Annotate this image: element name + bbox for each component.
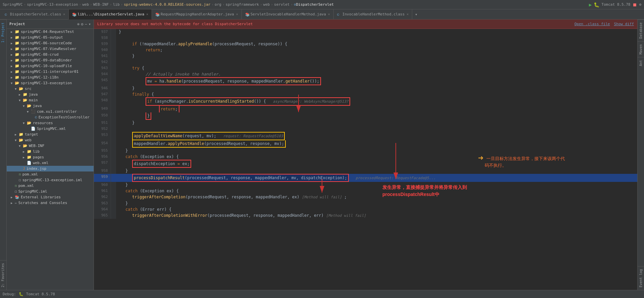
tree-item-exception-controller[interactable]: © ExceptionTestController: [7, 114, 94, 120]
line-number: 962: [94, 194, 111, 200]
right-tab-eventlog[interactable]: Event log: [638, 266, 644, 290]
breadcrumb-org[interactable]: org: [215, 2, 221, 7]
tree-item-pom-root[interactable]: m pom.xml: [7, 183, 94, 189]
tab-dispatcherservlet-java[interactable]: 📚 lib\...\DispatcherServlet.java ×: [69, 9, 152, 19]
tree-item-scratches[interactable]: ▶ ✏ Scratches and Consoles: [7, 200, 94, 206]
breadcrumb-dispatcherservlet[interactable]: DispatcherServlet: [296, 2, 334, 7]
tree-item-11[interactable]: ▶ 📁 springMVC-11-interceptor01: [7, 69, 94, 74]
line-number: 939: [94, 41, 111, 47]
tab-close-icon[interactable]: ×: [328, 12, 330, 16]
tree-item-springmvcxml[interactable]: 📄 SpringMVC.xml: [7, 126, 94, 132]
class-icon: ©: [337, 12, 341, 16]
tree-item-06[interactable]: ▶ 📁 springMVC-06-sourceCode: [7, 40, 94, 46]
line-gutter: [111, 97, 116, 106]
table-row: 948 if (asyncManager.isConcurrentHandlin…: [94, 97, 637, 106]
line-gutter: [111, 71, 116, 77]
line-gutter: [111, 112, 116, 120]
tree-item-controller[interactable]: ▼ ⬛ com.xu1.controller: [7, 109, 94, 114]
breadcrumb-jar[interactable]: spring-webmvc-4.0.0.RELEASE-sources.jar: [124, 2, 210, 7]
tree-item-target[interactable]: ▶ 📁 target: [7, 132, 94, 137]
tree-item-05[interactable]: ▶ 📁 springMVC-05-output: [7, 35, 94, 40]
xml-icon: 📄: [31, 127, 36, 131]
tree-item-java1[interactable]: ▶ 📁 java: [7, 92, 94, 97]
line-gutter: [111, 174, 116, 182]
tab-close-icon[interactable]: ×: [146, 12, 148, 16]
tab-close-icon[interactable]: ×: [63, 12, 65, 16]
breadcrumb-webinf[interactable]: WEB-INF: [93, 2, 109, 7]
tree-item-external-libs[interactable]: ▶ 📚 External Libraries: [7, 194, 94, 200]
breadcrumb-lib[interactable]: lib: [113, 2, 120, 7]
tabs-overflow[interactable]: ▾: [412, 12, 420, 17]
tree-arrow: [15, 173, 19, 176]
tree-item-webxml[interactable]: 📄 web.xml: [7, 160, 94, 166]
tree-item-resources[interactable]: ▼ 📂 resources: [7, 120, 94, 126]
show-diff-link[interactable]: Show diff: [614, 22, 634, 26]
line-number: 964: [94, 206, 111, 212]
breadcrumb-springmvc[interactable]: SpringMVC: [3, 2, 23, 7]
folder-icon: 📁: [15, 52, 19, 57]
breadcrumb-servlet[interactable]: servlet: [274, 2, 289, 7]
line-gutter: [111, 188, 116, 194]
line-number: 947: [94, 91, 111, 97]
line-number: 940: [94, 47, 111, 53]
tree-item-04[interactable]: ▶ 📁 springMVC-04-RequestTest: [7, 29, 94, 35]
sidebar-gear-icon[interactable]: ⊕: [77, 22, 79, 27]
tree-label: springMVC-05-output: [21, 35, 63, 40]
line-content: dispatchException = ex;: [116, 160, 637, 168]
folder-icon: 📁: [23, 92, 28, 97]
tab-close-icon[interactable]: ×: [407, 12, 409, 16]
tree-item-12[interactable]: ▶ 📁 springMVC-12-i18n: [7, 74, 94, 80]
right-tab-maven[interactable]: Maven: [638, 41, 644, 57]
tab-requestmapping[interactable]: 📚 RequestMappingHandlerAdapter.java ×: [152, 9, 242, 19]
tab-label: InvocableHandlerMethod.class: [342, 12, 405, 16]
tree-item-java2[interactable]: ▼ 📂 java: [7, 103, 94, 109]
tree-item-pomxml[interactable]: m pom.xml: [7, 171, 94, 177]
sidebar-settings-icon[interactable]: ⚙: [81, 22, 83, 27]
tree-item-08[interactable]: ▶ 📁 springMVC-08-crud: [7, 52, 94, 57]
tree-label: WEB-INF: [29, 144, 44, 148]
line-number: 944: [94, 71, 111, 77]
tree-item-web[interactable]: ▼ 📂 web: [7, 137, 94, 143]
right-tab-ant[interactable]: Ant: [638, 57, 644, 69]
folder-icon: 📁: [15, 47, 19, 51]
tab-servletinvocable[interactable]: 📚 ServletInvocableHandlerMethod.java ×: [242, 9, 334, 19]
tree-label: main: [29, 98, 38, 102]
tree-item-main[interactable]: ▼ 📂 main: [7, 97, 94, 103]
tree-item-13[interactable]: ▼ 📂 springMVC-13-exeception: [7, 80, 94, 86]
right-tab-database[interactable]: Database: [638, 19, 644, 41]
tree-item-indexjsp[interactable]: J index.jsp: [7, 166, 94, 171]
stop-icon[interactable]: ⏹: [632, 2, 637, 7]
left-tab-project[interactable]: 1: Project: [0, 19, 6, 45]
open-class-file-link[interactable]: Open .class file: [574, 22, 610, 26]
tree-item-src[interactable]: ▼ 📂 src: [7, 86, 94, 92]
tree-item-webinf[interactable]: ▼ 📂 WEB-INF: [7, 143, 94, 149]
tree-item-pages[interactable]: ▶ 📁 pages: [7, 154, 94, 160]
tree-label: springMVC-07-ViewResolver: [21, 47, 76, 51]
sidebar-options-icon[interactable]: ▾: [89, 22, 91, 27]
tree-item-07[interactable]: ▶ 📁 springMVC-07-ViewResolver: [7, 46, 94, 52]
tree-item-springmvc-iml[interactable]: ◻ SpringMVC.iml: [7, 189, 94, 194]
tree-item-lib[interactable]: ▶ 📁 lib: [7, 149, 94, 154]
breadcrumb-web2[interactable]: web: [263, 2, 270, 7]
sidebar-collapse-icon[interactable]: −: [85, 22, 87, 27]
line-number: 953: [94, 132, 111, 140]
tree-label: src: [25, 87, 32, 91]
tree-item-10[interactable]: ▶ 📁 springMVC-10-uploadFile: [7, 63, 94, 69]
tree-item-09[interactable]: ▶ 📁 springMVC-09-dataBinder: [7, 57, 94, 63]
left-tab-favorites[interactable]: 2: Favorites: [0, 260, 6, 290]
breadcrumb-class[interactable]: ⚙: [294, 2, 296, 7]
table-row: 959 processDispatchResult(processedReque…: [94, 174, 637, 182]
tab-invocablehandler[interactable]: © InvocableHandlerMethod.class ×: [334, 9, 412, 19]
breadcrumb-springframework[interactable]: springframework: [226, 2, 259, 7]
tree-label: springMVC-09-dataBinder: [21, 58, 72, 62]
settings-icon[interactable]: ⚙: [639, 2, 641, 7]
breadcrumb-web[interactable]: web: [82, 2, 89, 7]
tab-close-icon[interactable]: ×: [236, 12, 238, 16]
table-row: 953 applyDefaultViewName(request, mv); r…: [94, 132, 637, 140]
tree-arrow: ▶: [11, 42, 15, 45]
breadcrumb-project[interactable]: springMVC-13-exeception: [27, 2, 78, 7]
code-container[interactable]: 937 } 938 939: [94, 29, 637, 290]
tree-item-iml[interactable]: ◻ springMVC-13-exeception.iml: [7, 177, 94, 183]
tab-dispatcherservlet-class[interactable]: © DispatcherServlet.class ×: [1, 9, 69, 19]
top-bar: SpringMVC › springMVC-13-exeception › we…: [0, 0, 644, 9]
